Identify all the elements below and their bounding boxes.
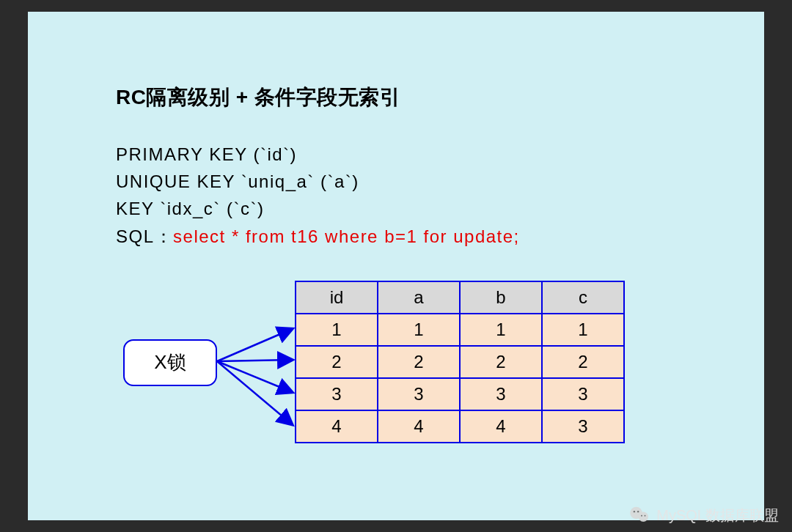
data-table: id a b c 1 1 1 1 2 2 2 2	[295, 281, 625, 443]
svg-point-9	[645, 515, 646, 517]
col-c: c	[542, 281, 624, 314]
col-a: a	[378, 281, 460, 314]
table-row: 4 4 4 3	[296, 410, 624, 443]
table-header-row: id a b c	[296, 281, 624, 314]
svg-point-6	[634, 511, 635, 512]
watermark: MySQL数据库联盟	[628, 504, 779, 526]
svg-line-2	[217, 361, 292, 392]
col-b: b	[460, 281, 542, 314]
svg-line-1	[217, 360, 292, 361]
svg-line-0	[217, 329, 292, 361]
lock-diagram: X锁 id a b c 1	[116, 281, 703, 471]
slide-title: RC隔离级别 + 条件字段无索引	[116, 84, 764, 111]
col-id: id	[296, 281, 378, 314]
index-key-line: KEY `idx_c` (`c`)	[116, 195, 764, 222]
table-row: 2 2 2 2	[296, 346, 624, 378]
table-row: 3 3 3 3	[296, 378, 624, 410]
x-lock-box: X锁	[123, 339, 217, 386]
key-definitions: PRIMARY KEY (`id`) UNIQUE KEY `uniq_a` (…	[116, 141, 764, 250]
svg-point-7	[637, 511, 639, 512]
wechat-icon	[628, 504, 650, 526]
sql-statement: select * from t16 where b=1 for update;	[173, 226, 520, 246]
unique-key-line: UNIQUE KEY `uniq_a` (`a`)	[116, 168, 764, 195]
svg-line-3	[217, 361, 292, 424]
table-row: 1 1 1 1	[296, 314, 624, 346]
watermark-text: MySQL数据库联盟	[656, 506, 779, 525]
sql-label: SQL：	[116, 226, 173, 246]
svg-point-8	[641, 515, 642, 517]
sql-line: SQL：select * from t16 where b=1 for upda…	[116, 223, 764, 250]
slide-panel: RC隔离级别 + 条件字段无索引 PRIMARY KEY (`id`) UNIQ…	[28, 12, 764, 520]
primary-key-line: PRIMARY KEY (`id`)	[116, 141, 764, 168]
svg-point-5	[639, 512, 649, 522]
